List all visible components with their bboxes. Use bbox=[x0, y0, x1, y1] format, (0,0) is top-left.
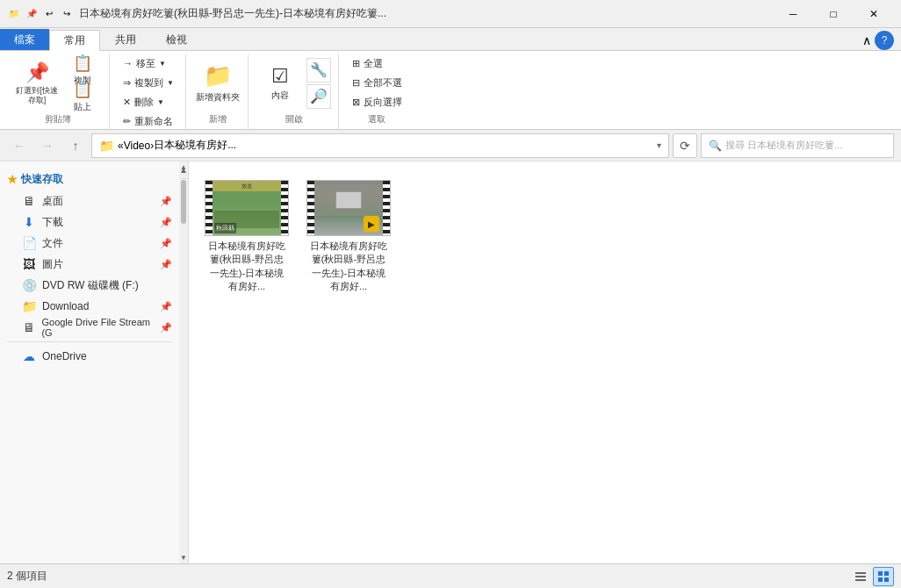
new-label: 新增 bbox=[195, 111, 241, 129]
sidebar-item-dvd[interactable]: 💿 DVD RW 磁碟機 (F:) bbox=[0, 275, 179, 296]
tab-common[interactable]: 常用 bbox=[49, 30, 100, 51]
address-dropdown-button[interactable]: ▾ bbox=[657, 140, 661, 150]
view-large-icons-button[interactable] bbox=[873, 567, 894, 586]
clipboard-label: 剪貼簿 bbox=[14, 111, 102, 129]
search-placeholder: 搜尋 日本秘境有房好吃簍... bbox=[725, 139, 842, 152]
address-path2-text: 日本秘境有房好... bbox=[154, 138, 236, 153]
sidebar-item-onedrive[interactable]: ☁ OneDrive bbox=[0, 346, 179, 367]
organize-buttons: → 移至 ▼ ⇒ 複製到 ▼ ✕ 刪除 ▼ ✏ 重新命名 bbox=[119, 54, 178, 130]
ribbon-group-clipboard: 📌 釘選到[快速存取] 📋 複製 📋 貼上 剪貼簿 bbox=[7, 54, 110, 129]
sidebar-scroll-down-arrow[interactable]: ▼ bbox=[180, 554, 187, 563]
invert-selection-button[interactable]: ⊠ 反向選擇 bbox=[348, 94, 407, 111]
pin-icon-download: 📌 bbox=[160, 217, 172, 228]
paste-icon: 📋 bbox=[73, 80, 92, 99]
sidebar-item-download-folder[interactable]: 📁 Download 📌 bbox=[0, 296, 179, 317]
onedrive-icon: ☁ bbox=[21, 350, 37, 362]
svg-rect-4 bbox=[884, 571, 889, 576]
sidebar-item-pictures[interactable]: 🖼 圖片 📌 bbox=[0, 254, 179, 275]
file-item-2[interactable]: ▶ 日本秘境有房好吃簍(秋田縣-野呂忠一先生)-日本秘境有房好... bbox=[305, 176, 393, 298]
ribbon-collapse-button[interactable]: ∧ bbox=[862, 33, 871, 47]
refresh-button[interactable]: ⟳ bbox=[673, 133, 697, 158]
sidebar-item-desktop[interactable]: 🖥 桌面 📌 bbox=[0, 190, 179, 212]
pin-icon-pictures: 📌 bbox=[160, 259, 172, 270]
address-path1: « bbox=[118, 140, 124, 152]
properties-icon: ☑ bbox=[271, 65, 289, 88]
ribbon-group-organize: → 移至 ▼ ⇒ 複製到 ▼ ✕ 刪除 ▼ ✏ 重新命名 bbox=[112, 54, 186, 129]
open-label: 開啟 bbox=[257, 111, 331, 129]
invert-icon: ⊠ bbox=[352, 97, 360, 108]
sidebar-scroll-thumb[interactable] bbox=[181, 180, 186, 224]
view-list-button[interactable] bbox=[850, 567, 871, 586]
sidebar-item-download[interactable]: ⬇ 下載 📌 bbox=[0, 212, 179, 233]
copy-button[interactable]: 📋 複製 bbox=[63, 58, 102, 82]
toolbar-icon-undo[interactable]: ↩ bbox=[42, 7, 56, 21]
help-button[interactable]: ? bbox=[875, 31, 894, 50]
up-button[interactable]: ↑ bbox=[63, 133, 88, 158]
move-to-dropdown-icon: ▼ bbox=[159, 60, 166, 68]
ribbon-group-new: 📁 新增資料夾 新增 bbox=[188, 54, 249, 129]
svg-rect-0 bbox=[855, 572, 866, 574]
ribbon-right-controls: ∧ ? bbox=[862, 31, 901, 50]
filmstrip-left-1 bbox=[205, 181, 213, 235]
sidebar-scroll-track[interactable] bbox=[180, 171, 187, 554]
svg-rect-5 bbox=[878, 577, 883, 582]
forward-button[interactable]: → bbox=[35, 133, 60, 158]
quick-access-icon[interactable]: 📌 bbox=[25, 7, 39, 21]
sidebar-scroll-up[interactable]: ▲ bbox=[179, 161, 188, 179]
tab-view[interactable]: 檢視 bbox=[151, 29, 202, 50]
content-scroll-area: 放送 秋田縣 日本秘境有房好吃簍(秋田縣-野呂忠一先生)-日本秘境有房好... … bbox=[189, 161, 901, 563]
filmstrip-right-2 bbox=[383, 181, 390, 235]
maximize-button[interactable]: □ bbox=[813, 0, 854, 28]
sidebar-quick-access-header[interactable]: ★ 快速存取 bbox=[0, 169, 179, 190]
select-buttons: ⊞ 全選 ⊟ 全部不選 ⊠ 反向選擇 bbox=[348, 54, 407, 111]
status-bar: 2 個項目 bbox=[0, 563, 901, 588]
main-area: ▲ ★ 快速存取 🖥 桌面 📌 ⬇ 下載 📌 📄 文件 bbox=[0, 161, 901, 563]
tab-share[interactable]: 共用 bbox=[100, 29, 151, 50]
delete-icon: ✕ bbox=[123, 97, 131, 108]
toolbar-icon-redo[interactable]: ↪ bbox=[60, 7, 74, 21]
title-bar-icons: 📁 📌 ↩ ↪ bbox=[7, 7, 74, 21]
ribbon: 📌 釘選到[快速存取] 📋 複製 📋 貼上 剪貼簿 → bbox=[0, 51, 901, 130]
rename-button[interactable]: ✏ 重新命名 bbox=[119, 112, 178, 130]
select-none-icon: ⊟ bbox=[352, 77, 360, 89]
select-label: 選取 bbox=[348, 111, 407, 129]
new-folder-button[interactable]: 📁 新增資料夾 bbox=[195, 57, 241, 110]
paste-button[interactable]: 📋 貼上 bbox=[63, 84, 102, 109]
open-extra-btn-2[interactable]: 🔎 bbox=[306, 84, 331, 109]
back-button[interactable]: ← bbox=[7, 133, 32, 158]
sidebar-item-google-drive[interactable]: 🖥 Google Drive File Stream (G 📌 bbox=[0, 317, 179, 338]
pin-icon-desktop: 📌 bbox=[160, 196, 172, 207]
pin-to-quick-access-button[interactable]: 📌 釘選到[快速存取] bbox=[14, 57, 60, 110]
delete-button[interactable]: ✕ 刪除 ▼ bbox=[119, 93, 178, 111]
select-all-button[interactable]: ⊞ 全選 bbox=[348, 55, 407, 73]
pin-icon: 📌 bbox=[25, 61, 49, 84]
tab-file[interactable]: 檔案 bbox=[0, 29, 49, 50]
open-extra-btn-1[interactable]: 🔧 bbox=[306, 58, 331, 82]
close-button[interactable]: ✕ bbox=[854, 0, 894, 28]
copy-to-button[interactable]: ⇒ 複製到 ▼ bbox=[119, 74, 178, 91]
file-item[interactable]: 放送 秋田縣 日本秘境有房好吃簍(秋田縣-野呂忠一先生)-日本秘境有房好... bbox=[203, 176, 291, 298]
sidebar-item-documents[interactable]: 📄 文件 📌 bbox=[0, 233, 179, 254]
large-icons-view-icon bbox=[877, 570, 890, 583]
sidebar-scrollbar[interactable]: ▲ ▼ bbox=[179, 161, 188, 563]
delete-dropdown-icon: ▼ bbox=[157, 98, 164, 106]
thumb-scene-2 bbox=[314, 184, 383, 216]
properties-button[interactable]: ☑ 內容 bbox=[257, 57, 303, 110]
address-bar[interactable]: 📁 « Video › 日本秘境有房好... ▾ bbox=[91, 133, 669, 158]
svg-rect-2 bbox=[855, 579, 866, 581]
move-to-button[interactable]: → 移至 ▼ bbox=[119, 54, 178, 72]
google-drive-icon: 🖥 bbox=[21, 321, 36, 333]
thumb-building bbox=[335, 191, 362, 209]
list-view-icon bbox=[854, 570, 867, 583]
select-none-button[interactable]: ⊟ 全部不選 bbox=[348, 75, 407, 92]
pin-icon-documents: 📌 bbox=[160, 238, 172, 249]
desktop-icon: 🖥 bbox=[21, 195, 37, 207]
new-folder-icon: 📁 bbox=[204, 62, 232, 90]
download-folder-icon: ⬇ bbox=[21, 216, 37, 228]
sidebar-scroll-area: ★ 快速存取 🖥 桌面 📌 ⬇ 下載 📌 📄 文件 📌 bbox=[0, 161, 188, 563]
file-name-2: 日本秘境有房好吃簍(秋田縣-野呂忠一先生)-日本秘境有房好... bbox=[309, 240, 388, 294]
search-bar[interactable]: 🔍 搜尋 日本秘境有房好吃簍... bbox=[701, 133, 894, 158]
minimize-button[interactable]: ─ bbox=[773, 0, 813, 28]
search-icon: 🔍 bbox=[709, 140, 722, 152]
window-title: 日本秘境有房好吃簍(秋田縣-野呂忠一先生)-日本秘境有房好吃簍... bbox=[79, 6, 773, 21]
